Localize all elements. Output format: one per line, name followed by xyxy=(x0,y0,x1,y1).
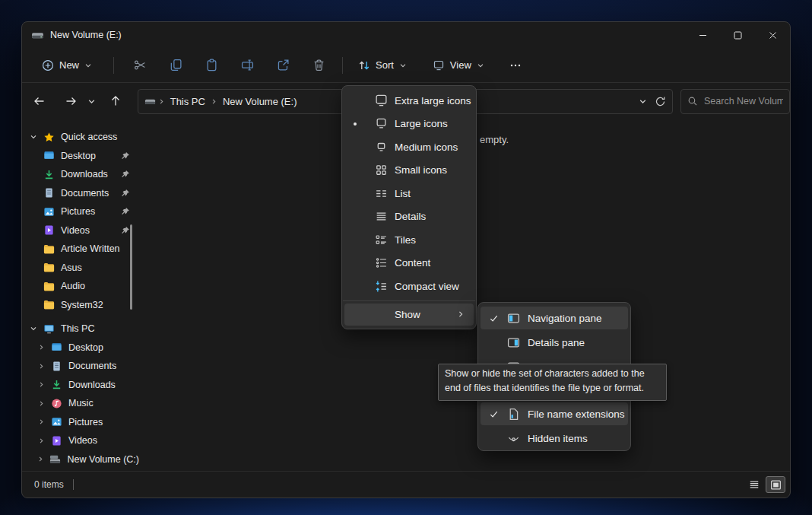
minimize-button[interactable] xyxy=(685,22,720,48)
cut-button[interactable] xyxy=(125,53,154,78)
thumbnail-view-toggle[interactable] xyxy=(766,476,785,493)
navigation-pane: Quick access Desktop Downloads Documents… xyxy=(22,128,139,470)
submenu-item-hidden-items[interactable]: Hidden items xyxy=(478,427,630,450)
sidebar-item-desktop[interactable]: Desktop xyxy=(22,147,139,166)
submenu-item-label: Navigation pane xyxy=(528,313,602,324)
copy-button[interactable] xyxy=(161,53,190,78)
sidebar-item-system32[interactable]: System32 xyxy=(22,296,139,315)
menu-item-medium-icons[interactable]: Medium icons xyxy=(342,135,476,159)
folder-icon xyxy=(42,281,56,292)
sidebar-item-videos[interactable]: Videos xyxy=(22,221,139,240)
details-icon xyxy=(374,210,388,223)
menu-item-show[interactable]: Show xyxy=(344,304,474,326)
menu-item-small-icons[interactable]: Small icons xyxy=(342,159,476,183)
menu-item-extra-large-icons[interactable]: Extra large icons xyxy=(342,89,476,113)
sort-button[interactable]: Sort xyxy=(350,53,414,78)
up-button[interactable] xyxy=(104,90,127,113)
submenu-item-details-pane[interactable]: Details pane xyxy=(478,331,630,354)
chevron-right-icon[interactable] xyxy=(36,437,46,444)
desktop-icon xyxy=(42,150,56,161)
sidebar-item-downloads[interactable]: Downloads xyxy=(22,165,139,184)
sidebar-item-label: Downloads xyxy=(61,169,108,180)
maximize-button[interactable] xyxy=(720,22,755,48)
submenu-item-file-name-extensions[interactable]: File name extensions xyxy=(481,402,628,425)
extra-large-icon xyxy=(374,94,388,107)
sidebar-item-audio[interactable]: Audio xyxy=(22,277,139,296)
recent-locations-button[interactable] xyxy=(84,90,100,113)
drive-icon xyxy=(31,29,44,42)
chevron-down-icon xyxy=(477,62,484,69)
chevron-down-icon[interactable] xyxy=(28,325,39,332)
sidebar-item-pc-new-volume-c[interactable]: New Volume (C:) xyxy=(22,450,139,469)
menu-item-compact-view[interactable]: Compact view xyxy=(342,275,476,298)
breadcrumb-new-volume-e[interactable]: New Volume (E:) xyxy=(220,96,300,107)
menu-item-content[interactable]: Content xyxy=(342,252,476,275)
rename-button[interactable] xyxy=(233,53,262,78)
sidebar-item-pc-documents[interactable]: Documents xyxy=(22,357,139,376)
submenu-item-navigation-pane[interactable]: Navigation pane xyxy=(481,307,628,329)
sidebar-section-this-pc[interactable]: This PC xyxy=(22,319,139,339)
sidebar-scrollbar-thumb[interactable] xyxy=(130,224,132,310)
sidebar-item-pictures[interactable]: Pictures xyxy=(22,202,139,221)
drive-icon xyxy=(144,96,156,107)
small-icons-icon xyxy=(374,164,388,176)
back-button[interactable] xyxy=(28,90,51,113)
chevron-right-icon[interactable] xyxy=(36,363,46,370)
tiles-icon xyxy=(374,234,388,246)
documents-icon xyxy=(49,361,63,372)
chevron-right-icon[interactable] xyxy=(36,381,46,388)
folder-icon xyxy=(42,243,56,255)
sidebar-item-label: Asus xyxy=(61,262,82,273)
breadcrumb-this-pc[interactable]: This PC xyxy=(167,96,208,107)
sidebar-item-pc-music[interactable]: Music xyxy=(22,394,139,413)
sidebar-item-pc-downloads[interactable]: Downloads xyxy=(22,376,139,395)
paste-button[interactable] xyxy=(197,53,226,78)
address-dropdown-chevron-icon[interactable] xyxy=(639,97,647,106)
close-button[interactable] xyxy=(755,22,790,48)
search-input[interactable] xyxy=(704,96,783,106)
sidebar-item-label: Article Written xyxy=(61,243,120,254)
pictures-icon xyxy=(42,206,56,218)
sidebar-item-documents[interactable]: Documents xyxy=(22,184,139,203)
view-button[interactable]: View xyxy=(425,53,492,78)
more-options-button[interactable] xyxy=(501,53,530,78)
sidebar-item-article-written[interactable]: Article Written xyxy=(22,240,139,259)
history-chevron-icon xyxy=(87,97,96,106)
forward-button[interactable] xyxy=(59,90,82,113)
cut-icon xyxy=(134,59,147,72)
rename-icon xyxy=(241,59,254,72)
menu-item-tiles[interactable]: Tiles xyxy=(342,228,476,252)
menu-item-label: Medium icons xyxy=(395,141,458,153)
share-button[interactable] xyxy=(268,53,297,78)
window-title: New Volume (E:) xyxy=(50,30,122,40)
sidebar-item-pc-pictures[interactable]: Pictures xyxy=(22,413,139,432)
menu-item-large-icons[interactable]: Large icons xyxy=(342,113,476,136)
chevron-down-icon[interactable] xyxy=(28,133,39,141)
refresh-icon[interactable] xyxy=(655,96,666,107)
toolbar-divider xyxy=(113,57,114,74)
menu-item-label: Compact view xyxy=(395,281,459,292)
chevron-right-icon[interactable] xyxy=(36,418,46,425)
chevron-right-icon[interactable] xyxy=(36,400,46,407)
chevron-right-icon[interactable] xyxy=(36,344,46,351)
menu-item-details[interactable]: Details xyxy=(342,205,476,229)
details-view-toggle[interactable] xyxy=(744,476,764,493)
menu-item-label: Content xyxy=(395,257,430,269)
chevron-right-icon[interactable] xyxy=(36,456,46,463)
pin-icon xyxy=(121,170,130,179)
share-icon xyxy=(277,59,290,72)
sidebar-section-label: Quick access xyxy=(61,132,117,142)
videos-icon xyxy=(49,435,63,447)
sidebar-item-pc-videos[interactable]: Videos xyxy=(22,431,139,450)
sidebar-item-asus[interactable]: Asus xyxy=(22,259,139,278)
navigation-pane-icon xyxy=(506,312,520,325)
titlebar: New Volume (E:) xyxy=(22,22,790,48)
delete-button[interactable] xyxy=(304,53,333,78)
menu-item-label: Show xyxy=(395,309,420,320)
sidebar-item-pc-desktop[interactable]: Desktop xyxy=(22,339,139,358)
submenu-item-label: Details pane xyxy=(528,337,585,348)
menu-item-list[interactable]: List xyxy=(342,182,476,205)
new-button[interactable]: New xyxy=(34,53,100,78)
sidebar-section-quick-access[interactable]: Quick access xyxy=(22,128,139,147)
search-box[interactable] xyxy=(680,89,790,114)
